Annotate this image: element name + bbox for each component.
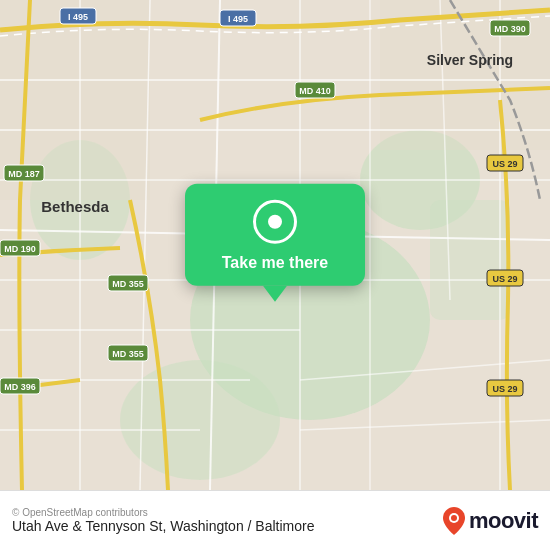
footer-logo: moovit [443,507,538,535]
svg-text:US 29: US 29 [492,274,517,284]
svg-line-16 [300,420,550,430]
footer-left: © OpenStreetMap contributors Utah Ave & … [12,507,314,534]
popup-card[interactable]: Take me there [185,184,365,286]
moovit-logo-text: moovit [469,508,538,534]
svg-text:Silver Spring: Silver Spring [427,52,513,68]
map-container: I 495 I 495 MD 410 MD 187 MD 355 MD 355 … [0,0,550,490]
svg-text:MD 355: MD 355 [112,349,144,359]
popup-pin-dot [268,215,282,229]
moovit-pin-icon [443,507,465,535]
svg-text:I 495: I 495 [228,14,248,24]
svg-text:MD 390: MD 390 [494,24,526,34]
location-text: Utah Ave & Tennyson St, Washington / Bal… [12,518,314,534]
popup-label: Take me there [222,254,328,272]
svg-text:MD 355: MD 355 [112,279,144,289]
svg-text:I 495: I 495 [68,12,88,22]
svg-text:MD 396: MD 396 [4,382,36,392]
svg-text:MD 187: MD 187 [8,169,40,179]
svg-text:Bethesda: Bethesda [41,198,109,215]
svg-text:US 29: US 29 [492,384,517,394]
svg-text:MD 410: MD 410 [299,86,331,96]
copyright-text: © OpenStreetMap contributors [12,507,314,518]
footer-bar: © OpenStreetMap contributors Utah Ave & … [0,490,550,550]
popup-pin-circle [253,200,297,244]
svg-text:US 29: US 29 [492,159,517,169]
svg-point-51 [451,515,457,521]
svg-point-3 [120,360,280,480]
svg-rect-4 [430,200,510,320]
svg-text:MD 190: MD 190 [4,244,36,254]
